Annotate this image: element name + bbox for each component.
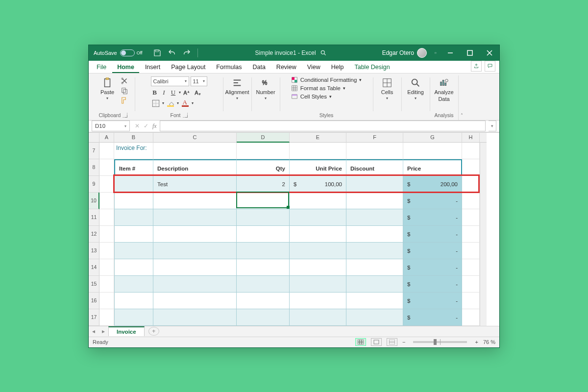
cell[interactable]: Item # <box>114 159 153 176</box>
comments-button[interactable] <box>485 61 495 72</box>
cell[interactable] <box>346 176 403 193</box>
cell[interactable]: $- <box>403 293 462 309</box>
cell-price[interactable]: $- <box>403 309 462 326</box>
row-header-8[interactable]: 8 <box>89 159 99 176</box>
cell[interactable] <box>346 143 403 159</box>
save-icon[interactable] <box>152 49 162 57</box>
collapse-ribbon-button[interactable]: ˄ <box>458 75 465 120</box>
cell[interactable] <box>99 309 114 326</box>
tab-help[interactable]: Help <box>326 62 349 73</box>
cell[interactable]: Qty <box>237 159 290 176</box>
cell[interactable] <box>290 309 346 326</box>
font-size-combo[interactable]: 11▾ <box>191 76 207 86</box>
expand-formula-bar[interactable]: ▾ <box>489 121 496 131</box>
bold-button[interactable]: B <box>151 89 159 97</box>
autosave-toggle[interactable]: AutoSave Off <box>89 49 147 56</box>
cell[interactable]: Price <box>403 159 462 176</box>
maximize-button[interactable] <box>460 45 480 61</box>
cell[interactable] <box>99 276 114 293</box>
cell-description[interactable]: Test <box>153 176 236 193</box>
number-button[interactable]: % Number▾ <box>255 76 276 100</box>
cell[interactable] <box>114 243 153 259</box>
analyze-data-button[interactable]: Analyze Data <box>434 76 454 102</box>
cell[interactable] <box>237 276 290 293</box>
cell[interactable] <box>153 193 237 209</box>
tab-file[interactable]: File <box>92 62 111 73</box>
cell[interactable] <box>237 293 290 309</box>
vscrollbar[interactable] <box>480 143 487 159</box>
cell[interactable] <box>99 293 114 309</box>
cell[interactable] <box>99 143 114 159</box>
cell[interactable] <box>290 226 346 243</box>
cell[interactable] <box>153 309 237 326</box>
col-header-B[interactable]: B <box>114 133 153 143</box>
share-button[interactable] <box>471 61 482 72</box>
vscrollbar[interactable] <box>480 159 487 176</box>
cell[interactable] <box>403 143 462 159</box>
increase-font-icon[interactable]: A▴ <box>182 88 192 97</box>
tab-table-design[interactable]: Table Design <box>349 62 394 73</box>
cell[interactable] <box>237 309 290 326</box>
cell[interactable] <box>237 226 290 243</box>
cell-price[interactable]: $- <box>403 276 462 293</box>
cell[interactable] <box>99 259 114 276</box>
cell[interactable] <box>114 259 153 276</box>
zoom-slider[interactable] <box>413 341 467 343</box>
cell[interactable] <box>462 259 480 276</box>
copy-icon[interactable] <box>120 86 129 95</box>
cell[interactable] <box>290 243 346 259</box>
cell-unit-price[interactable]: $100,00 <box>290 176 346 193</box>
cell[interactable]: $- <box>403 309 462 326</box>
col-header-E[interactable]: E <box>290 133 346 143</box>
format-as-table-button[interactable]: Format as Table▾ <box>291 85 362 92</box>
cell[interactable] <box>99 209 114 226</box>
borders-icon[interactable] <box>151 99 161 108</box>
tab-formulas[interactable]: Formulas <box>211 62 246 73</box>
editing-button[interactable]: Editing▾ <box>405 76 426 100</box>
cell[interactable]: Description <box>153 159 237 176</box>
cell[interactable] <box>114 176 153 193</box>
cell[interactable] <box>114 293 153 309</box>
italic-button[interactable]: I <box>160 89 168 97</box>
vscrollbar[interactable] <box>480 226 487 243</box>
row-header-9[interactable]: 9 <box>89 176 99 193</box>
cell[interactable] <box>462 159 480 176</box>
cell[interactable]: $200,00 <box>403 176 462 193</box>
vscrollbar[interactable] <box>480 309 487 326</box>
minimize-button[interactable] <box>441 45 460 61</box>
cell[interactable] <box>290 143 346 159</box>
tab-home[interactable]: Home <box>112 62 139 73</box>
cell[interactable] <box>462 309 480 326</box>
cell[interactable] <box>153 276 237 293</box>
sheet-tab-invoice[interactable]: Invoice <box>108 326 145 336</box>
cell-price[interactable]: $- <box>403 193 462 209</box>
format-painter-icon[interactable] <box>120 96 129 105</box>
row-header-14[interactable]: 14 <box>89 259 99 276</box>
cell[interactable] <box>114 193 153 209</box>
cell[interactable] <box>462 293 480 309</box>
cell[interactable] <box>290 193 346 209</box>
worksheet[interactable]: ABCDEFGH7Invoice For:8Item #DescriptionQ… <box>89 132 499 326</box>
underline-button[interactable]: U <box>170 89 177 97</box>
cell[interactable] <box>114 309 153 326</box>
vscrollbar[interactable] <box>480 293 487 309</box>
cell[interactable] <box>237 243 290 259</box>
select-all-corner[interactable] <box>89 133 99 143</box>
cell[interactable]: $- <box>403 226 462 243</box>
sheet-nav-next[interactable]: ▸ <box>98 328 108 335</box>
row-header-10[interactable]: 10 <box>89 193 99 209</box>
vscrollbar[interactable] <box>480 193 487 209</box>
cell-price[interactable]: $- <box>403 293 462 309</box>
name-box[interactable]: D10▾ <box>92 121 130 131</box>
redo-icon[interactable] <box>182 49 192 57</box>
font-launcher[interactable] <box>183 113 188 118</box>
autosave-pill[interactable] <box>120 49 135 56</box>
cell[interactable] <box>290 276 346 293</box>
col-header-A[interactable]: A <box>99 133 114 143</box>
cell-price[interactable]: $- <box>403 209 462 226</box>
cancel-formula-icon[interactable]: ✕ <box>135 122 140 129</box>
cell[interactable] <box>153 293 237 309</box>
cell[interactable] <box>99 243 114 259</box>
tab-review[interactable]: Review <box>271 62 301 73</box>
cell-price[interactable]: $- <box>403 243 462 259</box>
